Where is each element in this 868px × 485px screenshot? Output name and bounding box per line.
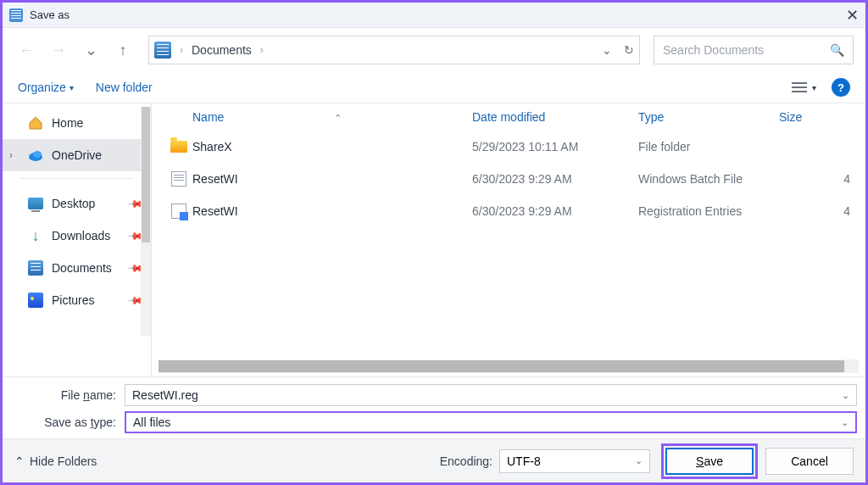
- sidebar-label: Documents: [52, 261, 112, 275]
- sidebar-item-documents[interactable]: Documents 📌: [3, 252, 151, 284]
- sidebar-divider: [19, 178, 134, 179]
- cancel-button[interactable]: Cancel: [765, 448, 854, 475]
- file-row[interactable]: ShareX 5/29/2023 10:11 AM File folder: [152, 131, 865, 163]
- main-area: Home › OneDrive Desktop 📌 ↓ Downloads 📌 …: [3, 103, 865, 376]
- footer: ⌃ Hide Folders Encoding: UTF-8 ⌄ Save Ca…: [3, 438, 865, 482]
- file-date: 6/30/2023 9:29 AM: [472, 204, 638, 218]
- search-icon[interactable]: 🔍: [830, 43, 844, 57]
- sidebar-label: Downloads: [52, 229, 110, 242]
- search-input[interactable]: Search Documents 🔍: [654, 36, 854, 64]
- notepad-icon: [9, 8, 23, 22]
- organize-label: Organize: [18, 81, 66, 94]
- sidebar-item-home[interactable]: Home: [3, 107, 151, 139]
- horizontal-scrollbar[interactable]: [159, 360, 859, 373]
- form-section: File name: ResetWI.reg ⌄ Save as type: A…: [3, 376, 865, 438]
- file-size: 4: [779, 204, 850, 218]
- reg-file-icon: [171, 203, 186, 219]
- encoding-select[interactable]: UTF-8 ⌄: [499, 449, 650, 473]
- sidebar-label: Home: [52, 116, 83, 130]
- nav-bar: ← → ⌄ ↑ › Documents › ⌄ ↻ Search Documen…: [3, 28, 865, 72]
- encoding-label: Encoding:: [440, 454, 492, 468]
- sidebar-scrollbar[interactable]: [141, 107, 151, 336]
- chevron-down-icon: ▾: [70, 83, 74, 92]
- file-type: Windows Batch File: [638, 172, 779, 186]
- file-type: Registration Entries: [638, 204, 779, 218]
- save-as-dialog: Save as ✕ ← → ⌄ ↑ › Documents › ⌄ ↻ Sear…: [0, 0, 868, 485]
- column-date[interactable]: Date modified: [472, 110, 638, 124]
- file-name: ResetWI: [192, 172, 472, 186]
- organize-menu[interactable]: Organize ▾: [18, 81, 74, 94]
- forward-button[interactable]: →: [47, 38, 70, 62]
- recent-locations-button[interactable]: ⌄: [79, 38, 103, 62]
- dialog-title: Save as: [30, 8, 825, 21]
- chevron-down-icon: ▾: [812, 83, 816, 92]
- dropdown-icon[interactable]: ⌄: [635, 455, 643, 466]
- up-button[interactable]: ↑: [111, 38, 135, 62]
- breadcrumb-location[interactable]: Documents: [192, 43, 252, 57]
- file-type: File folder: [638, 140, 779, 153]
- new-folder-button[interactable]: New folder: [96, 81, 153, 94]
- scrollbar-thumb[interactable]: [159, 360, 844, 372]
- address-dropdown-icon[interactable]: ⌄: [602, 43, 612, 57]
- documents-icon: [28, 260, 43, 276]
- file-size: 4: [779, 172, 850, 186]
- help-button[interactable]: ?: [832, 78, 850, 97]
- file-row[interactable]: ResetWI 6/30/2023 9:29 AM Registration E…: [152, 195, 865, 227]
- savetype-label: Save as type:: [11, 415, 125, 429]
- cloud-icon: [28, 148, 43, 163]
- sidebar-label: Desktop: [52, 197, 95, 210]
- desktop-icon: [28, 198, 43, 209]
- savetype-select[interactable]: All files ⌄: [125, 411, 857, 433]
- sidebar-item-onedrive[interactable]: › OneDrive: [3, 139, 151, 171]
- file-list-pane: Name ⌃ Date modified Type Size ShareX 5/…: [152, 103, 865, 376]
- back-button[interactable]: ←: [14, 38, 38, 62]
- bat-file-icon: [171, 171, 186, 187]
- refresh-button[interactable]: ↻: [624, 43, 634, 57]
- column-headers: Name ⌃ Date modified Type Size: [152, 103, 865, 131]
- folder-icon: [170, 141, 187, 153]
- scrollbar-thumb[interactable]: [142, 107, 150, 242]
- pictures-icon: [28, 293, 43, 308]
- dropdown-icon[interactable]: ⌄: [841, 417, 849, 428]
- sidebar-label: OneDrive: [52, 148, 102, 162]
- address-bar[interactable]: › Documents › ⌄ ↻: [148, 36, 640, 64]
- download-icon: ↓: [28, 228, 43, 243]
- save-button[interactable]: Save: [665, 448, 754, 475]
- sort-asc-icon: ⌃: [334, 113, 342, 123]
- column-type[interactable]: Type: [638, 110, 779, 124]
- svg-point-4: [33, 151, 42, 158]
- file-row[interactable]: ResetWI 6/30/2023 9:29 AM Windows Batch …: [152, 163, 865, 195]
- navigation-pane: Home › OneDrive Desktop 📌 ↓ Downloads 📌 …: [3, 103, 152, 376]
- file-name: ResetWI: [192, 204, 472, 218]
- filename-label: File name:: [11, 388, 125, 402]
- search-placeholder: Search Documents: [663, 43, 764, 57]
- file-name: ShareX: [192, 140, 472, 153]
- file-date: 5/29/2023 10:11 AM: [472, 140, 638, 153]
- titlebar: Save as ✕: [3, 3, 865, 28]
- home-icon: [28, 115, 43, 131]
- dropdown-icon[interactable]: ⌄: [842, 390, 849, 401]
- hide-folders-button[interactable]: ⌃ Hide Folders: [14, 454, 97, 468]
- documents-icon: [154, 42, 171, 59]
- column-name[interactable]: Name ⌃: [192, 110, 472, 124]
- sidebar-item-pictures[interactable]: Pictures 📌: [3, 284, 151, 316]
- chevron-right-icon: ›: [180, 44, 183, 56]
- close-button[interactable]: ✕: [825, 6, 859, 25]
- sidebar-item-downloads[interactable]: ↓ Downloads 📌: [3, 220, 151, 252]
- chevron-up-icon: ⌃: [14, 454, 25, 468]
- filename-input[interactable]: ResetWI.reg ⌄: [125, 384, 857, 406]
- chevron-right-icon: ›: [260, 44, 264, 56]
- file-date: 6/30/2023 9:29 AM: [472, 172, 638, 186]
- column-size[interactable]: Size: [779, 110, 850, 124]
- expand-icon[interactable]: ›: [9, 149, 13, 161]
- view-options-button[interactable]: ▾: [792, 81, 816, 93]
- sidebar-label: Pictures: [52, 293, 95, 307]
- list-view-icon: [792, 81, 807, 93]
- sidebar-item-desktop[interactable]: Desktop 📌: [3, 187, 151, 220]
- toolbar: Organize ▾ New folder ▾ ?: [3, 72, 865, 103]
